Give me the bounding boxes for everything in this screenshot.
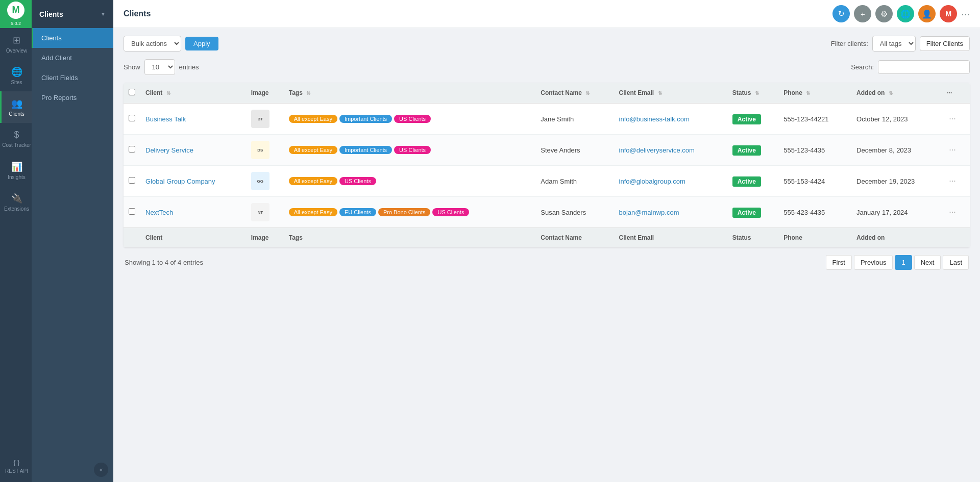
avatar-button[interactable]: M <box>940 5 957 22</box>
client-email-link[interactable]: info@deliveryservice.com <box>619 146 695 154</box>
client-email-cell: info@deliveryservice.com <box>614 135 727 166</box>
tag: All except Easy <box>289 146 337 154</box>
show-entries-bar: Show 10 25 50 entries Search: <box>124 59 970 78</box>
row-actions-cell: ··· <box>942 197 970 228</box>
header-tags[interactable]: Tags ⇅ <box>284 83 536 104</box>
entries-per-page-select[interactable]: 10 25 50 <box>144 59 175 75</box>
client-phone-cell: 555-123-4435 <box>778 135 851 166</box>
clients-icon: 👥 <box>11 98 22 109</box>
contact-name-cell: Susan Sanders <box>535 197 614 228</box>
user-button[interactable]: 👤 <box>918 5 936 22</box>
status-badge: Active <box>732 145 761 156</box>
client-link[interactable]: NextTech <box>145 209 173 216</box>
client-name-cell: Delivery Service <box>140 135 246 166</box>
menu-item-client-fields[interactable]: Client Fields <box>32 68 113 88</box>
client-link[interactable]: Business Talk <box>145 115 186 123</box>
bulk-actions-select[interactable]: Bulk actions <box>124 36 181 52</box>
add-button[interactable]: + <box>854 5 871 22</box>
header-added-on[interactable]: Added on ⇅ <box>851 83 942 104</box>
client-email-link[interactable]: bojan@mainwp.com <box>619 209 679 216</box>
tag: US Clients <box>394 115 431 123</box>
client-email-link[interactable]: info@business-talk.com <box>619 115 690 123</box>
menu-item-pro-reports[interactable]: Pro Reports <box>32 88 113 108</box>
row-checkbox[interactable] <box>129 208 135 215</box>
row-checkbox-cell <box>124 166 140 197</box>
filter-clients-button[interactable]: Filter Clients <box>920 36 970 51</box>
sidebar-item-overview[interactable]: ⊞ Overview <box>0 28 32 60</box>
row-actions-button[interactable]: ··· <box>947 113 958 124</box>
client-link[interactable]: Delivery Service <box>145 146 193 154</box>
first-page-button[interactable]: First <box>826 255 852 270</box>
sidebar-item-cost-tracker[interactable]: $ Cost Tracker <box>0 123 32 155</box>
previous-page-button[interactable]: Previous <box>854 255 893 270</box>
footer-status: Status <box>727 228 778 248</box>
client-name-cell: Business Talk <box>140 104 246 135</box>
entries-label: entries <box>179 63 199 71</box>
contact-name-cell: Steve Anders <box>535 135 614 166</box>
client-image-cell: DS <box>246 135 284 166</box>
sidebar-item-insights[interactable]: 📊 Insights <box>0 155 32 186</box>
client-image: NT <box>251 203 270 221</box>
version-badge: 5.0.2 <box>8 20 23 27</box>
icon-sidebar: M 5.0.2 ⊞ Overview 🌐 Sites 👥 Clients $ C… <box>0 0 32 482</box>
next-page-button[interactable]: Next <box>914 255 941 270</box>
sidebar-title: Clients <box>39 10 63 18</box>
extensions-icon: 🔌 <box>11 193 22 204</box>
row-actions-button[interactable]: ··· <box>947 175 958 187</box>
client-image: GG <box>251 172 270 190</box>
last-page-button[interactable]: Last <box>943 255 969 270</box>
globe-button[interactable]: 🌐 <box>897 5 914 22</box>
more-button[interactable]: ··· <box>961 8 970 20</box>
status-badge: Active <box>732 208 761 218</box>
client-image-cell: BT <box>246 104 284 135</box>
collapse-sidebar-button[interactable]: « <box>94 463 108 477</box>
client-status-cell: Active <box>727 104 778 135</box>
client-image: DS <box>251 141 270 159</box>
client-added-on-cell: December 19, 2023 <box>851 166 942 197</box>
tag: Important Clients <box>339 115 392 123</box>
header-client-email[interactable]: Client Email ⇅ <box>614 83 727 104</box>
apply-button[interactable]: Apply <box>185 37 218 50</box>
client-link[interactable]: Global Group Company <box>145 177 215 185</box>
row-actions-cell: ··· <box>942 104 970 135</box>
tag: US Clients <box>394 146 431 154</box>
insights-label: Insights <box>8 174 25 180</box>
header-contact-name[interactable]: Contact Name ⇅ <box>535 83 614 104</box>
sidebar-item-clients[interactable]: 👥 Clients <box>0 91 32 123</box>
search-input[interactable] <box>878 60 970 74</box>
header-phone[interactable]: Phone ⇅ <box>778 83 851 104</box>
row-actions-button[interactable]: ··· <box>947 207 958 218</box>
filter-tags-select[interactable]: All tags <box>872 36 916 52</box>
client-phone-cell: 555-153-4424 <box>778 166 851 197</box>
content-area: Bulk actions Apply Filter clients: All t… <box>113 28 980 482</box>
show-label: Show <box>124 63 140 71</box>
client-image-cell: GG <box>246 166 284 197</box>
refresh-button[interactable]: ↻ <box>832 5 850 22</box>
showing-text: Showing 1 to 4 of 4 entries <box>125 259 203 266</box>
sidebar-item-api[interactable]: { } REST API <box>0 450 32 482</box>
menu-item-clients[interactable]: Clients <box>32 28 113 48</box>
table-row: NextTechNTAll except EasyEU ClientsPro B… <box>124 197 970 228</box>
search-area: Search: <box>851 60 970 74</box>
sidebar-bottom: « <box>32 458 113 482</box>
page-1-button[interactable]: 1 <box>895 255 912 270</box>
client-email-link[interactable]: info@globalgroup.com <box>619 177 685 185</box>
tag: All except Easy <box>289 115 337 123</box>
pagination-buttons: First Previous 1 Next Last <box>826 255 969 270</box>
sidebar-item-extensions[interactable]: 🔌 Extensions <box>0 186 32 218</box>
footer-checkbox <box>124 228 140 248</box>
status-badge: Active <box>732 114 761 124</box>
select-all-checkbox[interactable] <box>129 89 135 95</box>
clients-label: Clients <box>9 111 24 117</box>
settings-button[interactable]: ⚙ <box>875 5 893 22</box>
menu-item-add-client[interactable]: Add Client <box>32 48 113 68</box>
row-actions-button[interactable]: ··· <box>947 144 958 156</box>
clients-table-wrapper: Client ⇅ Image Tags ⇅ Contact Name ⇅ Cli… <box>124 83 970 247</box>
header-client[interactable]: Client ⇅ <box>140 83 246 104</box>
row-checkbox[interactable] <box>129 146 135 153</box>
toolbar-left: Bulk actions Apply <box>124 36 218 52</box>
row-checkbox[interactable] <box>129 177 135 184</box>
header-status[interactable]: Status ⇅ <box>727 83 778 104</box>
row-checkbox[interactable] <box>129 115 135 121</box>
sidebar-item-sites[interactable]: 🌐 Sites <box>0 60 32 91</box>
